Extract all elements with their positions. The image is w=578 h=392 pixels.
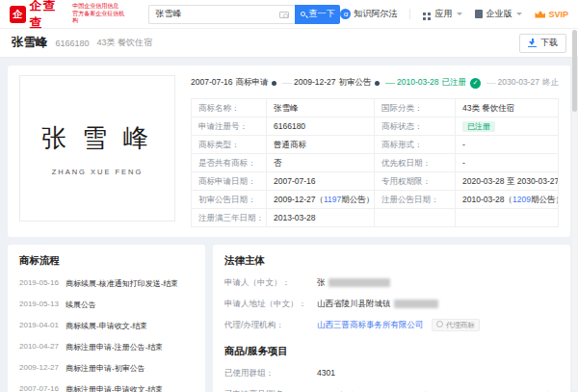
flow-text: 商标注册申请-初审公告: [66, 363, 145, 374]
trademark-image-latin: ZHANG XUE FENG: [52, 168, 144, 176]
search-input[interactable]: [148, 5, 295, 24]
detail-label: 商标类型：: [192, 136, 267, 154]
search-button[interactable]: 查一下: [295, 5, 340, 24]
detail-value: 43类 餐饮住宿: [456, 99, 559, 118]
logo-subtitle-line2: 官方备案企业征信机构: [72, 11, 125, 26]
timeline-preliminary-label: 初审公告: [338, 77, 371, 87]
timeline-node-apply: 2007-07-16商标申请: [191, 77, 268, 89]
timeline-preliminary-date: 2009-12-27: [294, 77, 335, 87]
flow-item: 2019-04-01 商标续展-申请收文-结束: [19, 321, 194, 331]
camera-icon[interactable]: [279, 12, 289, 18]
agency-link[interactable]: 山西三晋商标事务所有限公司: [317, 320, 424, 329]
detail-value: 已注册: [456, 118, 559, 136]
timeline-node-registered: 2010-03-28已注册: [397, 77, 466, 89]
detail-label: 注册满三年日期：: [192, 209, 267, 227]
timeline-registered-date: 2010-03-28: [397, 77, 438, 87]
applicant-label: 申请人（中文）：: [224, 277, 317, 289]
detail-value: 2020-03-28 至 2030-03-27: [456, 172, 559, 191]
nav-svip-label: SVIP: [548, 10, 568, 19]
flow-item: 2010-04-27 商标注册申请-注册公告-结束: [19, 342, 194, 353]
detail-label: 国际分类：: [375, 99, 456, 118]
flow-text: 续展公告: [66, 300, 96, 310]
flow-item: 2007-07-16 商标注册申请-申请收文-结束: [19, 384, 194, 392]
flow-date: 2019-05-13: [19, 300, 66, 310]
timeline-dot: [375, 81, 380, 86]
flow-date: 2010-04-27: [19, 342, 66, 353]
trademark-image-hanzi: 张 雪 峰: [41, 121, 153, 155]
agency-value: 山西三晋商标事务所有限公司 代理商标: [317, 320, 480, 331]
trademark-summary-right: 2007-07-16商标申请 2009-12-27初审公告 2010-03-28…: [191, 75, 559, 227]
address-text: 山西省陵川县附城镇: [317, 299, 391, 308]
nav-apps[interactable]: 应用: [423, 8, 462, 20]
detail-value: 2009-12-27（1197期公告）: [267, 191, 375, 209]
detail-label: 注册公告日期：: [375, 191, 456, 209]
timeline-expiry-label: 终止: [542, 77, 559, 87]
chevron-down-icon: [457, 13, 462, 15]
trademark-flow-card: 商标流程 2019-05-16 商标续展-核准通知打印发送-结束 2019-05…: [8, 245, 205, 392]
flow-item: 2019-05-13 续展公告: [19, 300, 194, 310]
detail-value: -: [456, 154, 559, 172]
gazette-link[interactable]: 1197: [324, 195, 341, 204]
flow-date: 2019-05-16: [19, 278, 66, 289]
flow-date: 2009-12-27: [19, 363, 66, 374]
gazette-suffix: 期公告）: [341, 195, 374, 204]
agency-badge: 代理商标: [432, 319, 480, 331]
detail-value: 2013-03-28: [267, 209, 375, 227]
status-timeline: 2007-07-16商标申请 2009-12-27初审公告 2010-03-28…: [191, 77, 559, 89]
search-button-label: 查一下: [308, 8, 334, 20]
flow-item: 2019-05-16 商标续展-核准通知打印发送-结束: [19, 278, 194, 289]
timeline-segment: [282, 83, 292, 84]
trademark-image[interactable]: 张 雪 峰 ZHANG XUE FENG: [19, 75, 175, 222]
scrollbar-thumb[interactable]: [572, 30, 577, 112]
detail-label: 优先权日期：: [375, 154, 456, 172]
logo-name: 企查查: [30, 0, 67, 32]
timeline-registered-label: 已注册: [441, 77, 466, 87]
detail-label: 专用权期限：: [375, 172, 456, 191]
detail-label: 商标形式：: [375, 136, 456, 154]
building-icon: [475, 10, 483, 18]
detail-value: -: [456, 136, 559, 154]
scrollbar-track[interactable]: [572, 30, 577, 390]
status-badge: 已注册: [462, 121, 495, 132]
applicant-name: 张: [317, 277, 326, 287]
download-label: 下载: [540, 37, 558, 49]
timeline-node-preliminary: 2009-12-27初审公告: [294, 77, 371, 89]
trademark-details-table: 商标名称： 张雪峰 国际分类： 43类 餐饮住宿 申请注册号： 6166180 …: [191, 98, 559, 227]
address-value: 山西省陵川县附城镇: [317, 299, 438, 310]
trademark-name: 张雪峰: [12, 35, 48, 51]
gazette-suffix: 期公告）: [531, 195, 559, 204]
legal-title: 法律主体: [224, 254, 559, 268]
nav-divider: [409, 9, 410, 19]
download-button[interactable]: 下载: [519, 34, 566, 53]
agency-label: 代理/办理机构：: [224, 320, 317, 331]
header-nav: 知识阿尔法 应用 企业版 SVIP: [340, 8, 568, 20]
detail-value: [456, 209, 559, 227]
flow-text: 商标注册申请-申请收文-结束: [66, 384, 163, 392]
gazette-link[interactable]: 1209: [512, 195, 531, 204]
nav-enterprise[interactable]: 企业版: [475, 8, 522, 20]
gazette-date: 2009-12-27（: [274, 195, 324, 204]
legal-entity-card: 法律主体 申请人（中文）： 张 申请人地址（中文）： 山西省陵川县附城镇 代理/…: [213, 245, 570, 392]
group-row: 已使用群组： 4301: [224, 368, 559, 379]
goods-title: 商品/服务项目: [224, 345, 559, 358]
flow-item: 2009-12-27 商标注册申请-初审公告: [19, 363, 194, 374]
timeline-node-expiry: 2030-03-27终止: [498, 77, 559, 89]
trademark-reg-no: 6166180: [56, 39, 90, 48]
check-icon: [470, 78, 481, 89]
logo-subtitle-line1: 中国企业信用信息: [72, 3, 125, 11]
flow-text: 商标续展-核准通知打印发送-结束: [66, 278, 178, 289]
qichacha-logo[interactable]: 企 企查查 中国企业信用信息 官方备案企业征信机构: [10, 0, 125, 32]
detail-value: 张雪峰: [267, 99, 375, 118]
detail-value: 2010-03-28（1209期公告）: [456, 191, 559, 209]
nav-ip-alpha[interactable]: 知识阿尔法: [340, 8, 397, 20]
redacted-text: [328, 278, 390, 287]
timeline-apply-label: 商标申请: [235, 77, 268, 87]
nav-svip[interactable]: SVIP: [535, 10, 568, 19]
detail-label: 商标状态：: [375, 118, 456, 136]
timeline-dot: [272, 81, 276, 86]
flow-text: 商标注册申请-注册公告-结束: [66, 342, 163, 353]
crown-icon: [535, 11, 545, 18]
timeline-segment: [486, 83, 496, 84]
timeline-segment: [385, 83, 395, 84]
agency-row: 代理/办理机构： 山西三晋商标事务所有限公司 代理商标: [224, 320, 559, 331]
